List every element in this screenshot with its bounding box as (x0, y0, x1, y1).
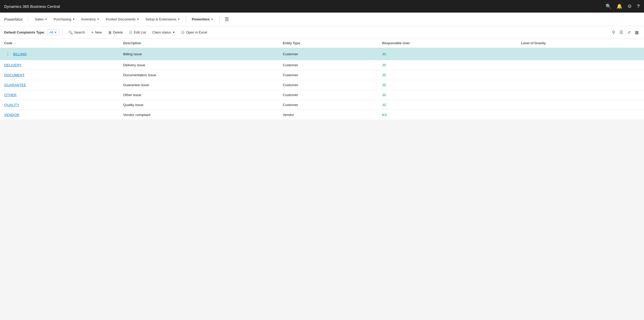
code-link[interactable]: GUARANTEE (4, 83, 26, 87)
menu-item-purchasing[interactable]: Purchasing ▼ (51, 16, 78, 23)
table-row[interactable]: QUALITYQuality issueCustomerJC (0, 100, 644, 110)
edit-list-icon: ☷ (129, 30, 133, 35)
cell-level-of-gravity (517, 100, 644, 110)
code-link[interactable]: BILLING (13, 52, 27, 56)
complaints-table: Code ↑ Description Entity Type Responsib… (0, 39, 644, 120)
top-bar-icons: 🔍 🔔 ⚙ ? (606, 3, 640, 9)
new-button[interactable]: + New (89, 29, 104, 36)
user-link[interactable]: JC (382, 93, 387, 97)
cell-level-of-gravity (517, 90, 644, 100)
menu-item-powerblox[interactable]: Powerblox ▼ (189, 16, 216, 23)
table-area: Code ↑ Description Entity Type Responsib… (0, 39, 644, 320)
cell-code: OTHER (0, 90, 119, 100)
cell-entity-type: Vendor (279, 110, 378, 120)
user-link[interactable]: KS (382, 113, 387, 117)
table-row[interactable]: GUARANTEEGuarantee issueCustomerJC (0, 80, 644, 90)
menu-item-inventory[interactable]: Inventory ▼ (79, 16, 102, 23)
bookmark-icon[interactable]: ▩ (634, 29, 640, 36)
menu-item-posted-documents[interactable]: Posted Documents ▼ (103, 16, 142, 23)
search-icon: 🔍 (68, 30, 73, 35)
filter-icon[interactable]: ⚲ (611, 29, 616, 36)
cell-code: VENDOR (0, 110, 119, 120)
open-excel-button[interactable]: ☷ Open in Excel (179, 29, 210, 36)
cell-entity-type: Customer (279, 90, 378, 100)
user-link[interactable]: JC (382, 83, 387, 87)
cell-entity-type: Customer (279, 48, 378, 60)
delete-button[interactable]: 🗑 Delete (106, 29, 126, 36)
help-icon[interactable]: ? (637, 4, 640, 9)
menu-separator-2 (219, 16, 219, 23)
column-level-of-gravity: Level of Gravity (517, 39, 644, 48)
sort-asc-icon: ↑ (14, 42, 16, 45)
filter-value-dropdown[interactable]: All ▼ (47, 29, 59, 35)
row-context-menu-icon[interactable]: ⋮ (4, 51, 12, 57)
cell-responsible-user[interactable]: JC (378, 60, 517, 70)
list-view-icon[interactable]: ☰ (618, 29, 624, 36)
table-row[interactable]: OTHEROther issueCustomerJC (0, 90, 644, 100)
chevron-down-icon: ▼ (45, 18, 47, 21)
cell-responsible-user[interactable]: JC (378, 70, 517, 80)
cell-level-of-gravity (517, 60, 644, 70)
cell-description: Vendor complaint (119, 110, 279, 120)
plus-icon: + (91, 30, 93, 35)
toolbar: Default Complaints Type: All ▼ 🔍 Search … (0, 26, 644, 39)
chevron-down-icon: ▼ (177, 18, 180, 21)
menu-item-sales[interactable]: Sales ▼ (32, 16, 50, 23)
search-button[interactable]: 🔍 Search (66, 29, 87, 36)
user-link[interactable]: JC (382, 73, 387, 77)
excel-icon: ☷ (181, 30, 185, 35)
menu-separator (186, 16, 186, 23)
code-link[interactable]: QUALITY (4, 103, 19, 107)
table-row[interactable]: DELIVERYDelivery issueCustomerJC (0, 60, 644, 70)
cell-responsible-user[interactable]: JC (378, 100, 517, 110)
menu-bar: Powerblox Sales ▼ Purchasing ▼ Inventory… (0, 13, 644, 26)
cell-code: DELIVERY (0, 60, 119, 70)
cell-level-of-gravity (517, 70, 644, 80)
code-link[interactable]: VENDOR (4, 113, 19, 117)
claim-status-button[interactable]: Claim status ▼ (150, 29, 178, 36)
column-description: Description (119, 39, 279, 48)
app-title: Dynamics 365 Business Central (4, 4, 60, 9)
chevron-down-icon: ▼ (172, 31, 175, 34)
menu-items: Sales ▼ Purchasing ▼ Inventory ▼ Posted … (32, 16, 640, 23)
user-link[interactable]: JC (382, 63, 387, 67)
toolbar-right-actions: ⚲ ☰ ⇗ ▩ (611, 29, 640, 36)
menu-brand[interactable]: Powerblox (4, 17, 28, 21)
table-row[interactable]: DOCUMENTDocumentation issueCustomerJC (0, 70, 644, 80)
cell-description: Guarantee issue (119, 80, 279, 90)
expand-icon[interactable]: ⇗ (626, 29, 632, 36)
bell-icon[interactable]: 🔔 (617, 3, 622, 9)
code-link[interactable]: DELIVERY (4, 63, 22, 67)
cell-code: GUARANTEE (0, 80, 119, 90)
trash-icon: 🗑 (108, 30, 112, 35)
column-responsible-user: Responsible User (378, 39, 517, 48)
cell-description: Quality issue (119, 100, 279, 110)
cell-level-of-gravity (517, 110, 644, 120)
cell-responsible-user[interactable]: JC (378, 90, 517, 100)
user-link[interactable]: JC (382, 103, 387, 107)
user-link[interactable]: JC (382, 52, 387, 56)
cell-responsible-user[interactable]: JC (378, 80, 517, 90)
cell-responsible-user[interactable]: KS (378, 110, 517, 120)
cell-code: DOCUMENT (0, 70, 119, 80)
chevron-down-icon: ▼ (211, 18, 213, 21)
cell-code: QUALITY (0, 100, 119, 110)
code-link[interactable]: OTHER (4, 93, 16, 97)
column-code[interactable]: Code ↑ (0, 39, 119, 48)
code-link[interactable]: DOCUMENT (4, 73, 25, 77)
edit-list-button[interactable]: ☷ Edit List (126, 29, 148, 36)
chevron-down-icon: ▼ (137, 18, 139, 21)
cell-level-of-gravity (517, 80, 644, 90)
top-bar: Dynamics 365 Business Central 🔍 🔔 ⚙ ? (0, 0, 644, 13)
cell-description: Documentation issue (119, 70, 279, 80)
cell-level-of-gravity (517, 48, 644, 60)
table-row[interactable]: ⋮BILLINGBilling issueCustomerJC (0, 48, 644, 60)
table-row[interactable]: VENDORVendor complaintVendorKS (0, 110, 644, 120)
chevron-down-icon: ▼ (97, 18, 100, 21)
hamburger-icon[interactable]: ☰ (225, 16, 229, 22)
search-icon[interactable]: 🔍 (606, 3, 611, 9)
cell-responsible-user[interactable]: JC (378, 48, 517, 60)
settings-icon[interactable]: ⚙ (628, 3, 632, 9)
filter-label: Default Complaints Type: (4, 30, 45, 34)
menu-item-setup-extensions[interactable]: Setup & Extensions ▼ (143, 16, 183, 23)
